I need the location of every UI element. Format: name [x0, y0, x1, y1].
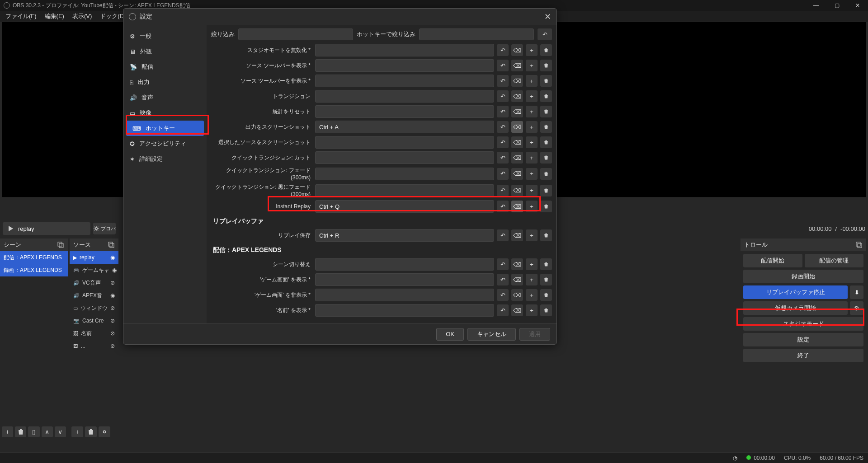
source-item[interactable]: 🔊APEX音◉	[70, 289, 118, 302]
close-button[interactable]: ✕	[847, 0, 868, 11]
hotkey-undo-button[interactable]: ↶	[497, 201, 509, 212]
hotkey-filter-input[interactable]	[419, 28, 534, 40]
source-item[interactable]: 🎮ゲームキャ◉	[70, 264, 118, 276]
hidden-icon[interactable]: ⊘	[110, 305, 115, 311]
settings-tab-advanced[interactable]: ✶詳細設定	[123, 151, 207, 167]
hotkey-add-button[interactable]: +	[526, 44, 538, 56]
replay-save-button[interactable]: ⬇	[850, 285, 863, 299]
hotkey-remove-button[interactable]	[540, 152, 552, 164]
hotkey-clear-button[interactable]: ⌫	[511, 289, 523, 301]
hotkey-add-button[interactable]: +	[526, 229, 538, 241]
hotkey-remove-button[interactable]	[540, 121, 552, 133]
settings-tab-access[interactable]: ✪アクセシビリティ	[123, 136, 207, 151]
hotkey-input[interactable]	[315, 304, 494, 317]
remove-scene-button[interactable]	[15, 426, 26, 437]
hotkey-add-button[interactable]: +	[526, 106, 538, 117]
hotkey-undo-button[interactable]: ↶	[497, 229, 509, 241]
hotkey-remove-button[interactable]	[540, 274, 552, 285]
start-record-button[interactable]: 録画開始	[743, 270, 863, 283]
source-props-button[interactable]	[99, 426, 110, 437]
hotkey-input[interactable]: Ctrl + Q	[315, 200, 494, 213]
hotkey-undo-button[interactable]: ↶	[497, 274, 509, 285]
dialog-close-button[interactable]: ✕	[544, 12, 551, 22]
hotkey-add-button[interactable]: +	[526, 60, 538, 71]
cancel-button[interactable]: キャンセル	[467, 328, 516, 341]
settings-tab-output[interactable]: ⎘出力	[123, 75, 207, 90]
popout-icon[interactable]	[855, 241, 863, 248]
hotkey-add-button[interactable]: +	[526, 75, 538, 87]
hotkey-input[interactable]	[315, 273, 494, 286]
hotkey-add-button[interactable]: +	[526, 304, 538, 316]
hotkey-clear-button[interactable]: ⌫	[511, 229, 523, 241]
settings-tab-monitor[interactable]: 🖥外観	[123, 44, 207, 59]
hotkey-input[interactable]	[315, 289, 494, 301]
scene-item[interactable]: 録画：APEX LEGENDS	[0, 264, 68, 276]
hotkey-remove-button[interactable]	[540, 201, 552, 212]
hotkey-remove-button[interactable]	[540, 229, 552, 241]
hotkey-undo-button[interactable]: ↶	[497, 121, 509, 133]
hotkey-undo-button[interactable]: ↶	[497, 304, 509, 316]
hotkey-remove-button[interactable]	[540, 289, 552, 301]
minimize-button[interactable]: —	[806, 0, 826, 11]
hotkey-input[interactable]	[315, 59, 494, 72]
hotkey-undo-button[interactable]: ↶	[497, 185, 509, 196]
settings-tab-gear[interactable]: ⚙一般	[123, 28, 207, 44]
hotkey-clear-button[interactable]: ⌫	[511, 201, 523, 212]
add-scene-button[interactable]: +	[2, 426, 13, 437]
hotkey-add-button[interactable]: +	[526, 201, 538, 212]
hotkey-add-button[interactable]: +	[526, 289, 538, 301]
virtual-cam-settings-button[interactable]: ⚙	[850, 301, 863, 315]
hotkey-input[interactable]	[315, 44, 494, 56]
hotkey-undo-button[interactable]: ↶	[497, 44, 509, 56]
hotkey-input[interactable]	[315, 168, 494, 180]
hotkey-add-button[interactable]: +	[526, 90, 538, 102]
scene-item[interactable]: 配信：APEX LEGENDS	[0, 251, 68, 264]
source-item[interactable]: 📷Cast Cre⊘	[70, 314, 118, 327]
hotkey-input[interactable]: Ctrl + A	[315, 121, 494, 133]
ok-button[interactable]: OK	[436, 328, 464, 341]
studio-mode-button[interactable]: スタジオモード	[743, 317, 863, 331]
hidden-icon[interactable]: ⊘	[110, 318, 115, 324]
hidden-icon[interactable]: ⊘	[110, 280, 115, 286]
hotkey-clear-button[interactable]: ⌫	[511, 185, 523, 196]
hotkey-clear-button[interactable]: ⌫	[511, 75, 523, 87]
transition-props-button[interactable]: プロパ	[93, 223, 116, 234]
menu-edit[interactable]: 編集(E)	[41, 11, 68, 21]
settings-tab-keyboard[interactable]: ⌨ホットキー	[126, 121, 204, 136]
hotkey-input[interactable]	[315, 75, 494, 87]
apply-button[interactable]: 適用	[519, 328, 550, 341]
scene-filter-button[interactable]: ▯	[28, 426, 39, 437]
hotkey-clear-button[interactable]: ⌫	[511, 274, 523, 285]
start-stream-button[interactable]: 配信開始	[743, 254, 802, 267]
hotkey-undo-button[interactable]: ↶	[497, 60, 509, 71]
hotkey-remove-button[interactable]	[540, 106, 552, 117]
hidden-icon[interactable]: ⊘	[110, 343, 115, 349]
hotkey-list[interactable]: スタジオモートを無効化 * ↶ ⌫ + ソース ツールバーを表示 * ↶ ⌫ +…	[207, 44, 557, 323]
source-item[interactable]: 🔊VC音声⊘	[70, 276, 118, 289]
hotkey-undo-button[interactable]: ↶	[497, 152, 509, 164]
hotkey-remove-button[interactable]	[540, 168, 552, 180]
hotkey-undo-button[interactable]: ↶	[497, 289, 509, 301]
hotkey-clear-button[interactable]: ⌫	[511, 304, 523, 316]
hotkey-remove-button[interactable]	[540, 185, 552, 196]
scene-up-button[interactable]: ∧	[42, 426, 53, 437]
hotkey-undo-button[interactable]: ↶	[497, 168, 509, 180]
settings-button[interactable]: 設定	[743, 333, 863, 346]
settings-tab-antenna[interactable]: 📡配信	[123, 59, 207, 75]
hotkey-clear-button[interactable]: ⌫	[511, 152, 523, 164]
hotkey-undo-button[interactable]: ↶	[497, 258, 509, 270]
hotkey-undo-button[interactable]: ↶	[497, 136, 509, 148]
hotkey-add-button[interactable]: +	[526, 168, 538, 180]
hotkey-clear-button[interactable]: ⌫	[511, 90, 523, 102]
menu-file[interactable]: ファイル(F)	[2, 11, 40, 21]
menu-view[interactable]: 表示(V)	[69, 11, 95, 21]
popout-icon[interactable]	[57, 241, 64, 248]
scene-down-button[interactable]: ∨	[55, 426, 66, 437]
replay-buffer-button[interactable]: リプレイバッファ停止	[743, 285, 848, 299]
hotkey-input[interactable]	[315, 105, 494, 118]
source-item[interactable]: 🖼...⊘	[70, 340, 118, 352]
hotkey-remove-button[interactable]	[540, 90, 552, 102]
hotkey-input[interactable]	[315, 184, 494, 197]
hotkey-clear-button[interactable]: ⌫	[511, 44, 523, 56]
hotkey-undo-button[interactable]: ↶	[497, 75, 509, 87]
